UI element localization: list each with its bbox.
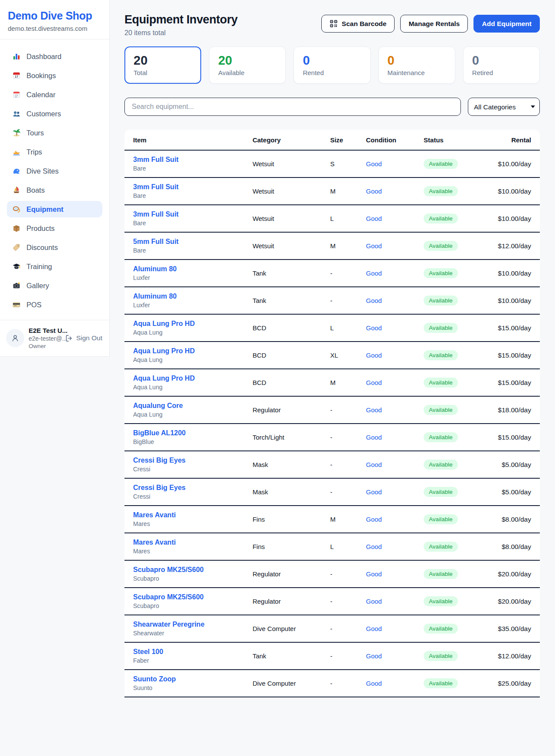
condition-link[interactable]: Good [366, 160, 424, 168]
stat-card-available[interactable]: 20 Available [209, 46, 286, 84]
item-name-link[interactable]: Steel 100 [133, 648, 252, 656]
sidebar-item-equipment[interactable]: Equipment [7, 201, 102, 217]
size-cell: - [330, 598, 366, 605]
condition-link[interactable]: Good [366, 461, 424, 468]
status-badge: Available [424, 241, 458, 251]
sidebar-item-gallery[interactable]: Gallery [7, 277, 102, 294]
sidebar-item-trips[interactable]: Trips [7, 144, 102, 160]
item-name-link[interactable]: Cressi Big Eyes [133, 457, 252, 464]
sidebar-nav: Dashboard Bookings Calendar Customers To… [0, 39, 109, 320]
condition-link[interactable]: Good [366, 516, 424, 523]
condition-link[interactable]: Good [366, 270, 424, 277]
condition-link[interactable]: Good [366, 434, 424, 441]
item-name-link[interactable]: 3mm Full Suit [133, 156, 252, 164]
item-brand: Mares [133, 548, 252, 555]
category-select[interactable]: All Categories [468, 98, 540, 116]
sidebar-item-boats[interactable]: Boats [7, 182, 102, 198]
manage-rentals-button[interactable]: Manage Rentals [400, 15, 468, 33]
item-name-link[interactable]: Cressi Big Eyes [133, 484, 252, 492]
brand-link[interactable]: Demo Dive Shop [8, 10, 101, 22]
condition-link[interactable]: Good [366, 488, 424, 496]
condition-link[interactable]: Good [366, 324, 424, 332]
rental-price: $12.00/day [481, 242, 531, 250]
item-name-link[interactable]: Aqua Lung Pro HD [133, 320, 252, 328]
sidebar-item-training[interactable]: Training [7, 258, 102, 275]
item-name-link[interactable]: Aluminum 80 [133, 293, 252, 300]
sidebar-item-products[interactable]: Products [7, 220, 102, 237]
item-name-link[interactable]: Scubapro MK25/S600 [133, 566, 252, 574]
sidebar-item-dashboard[interactable]: Dashboard [7, 48, 102, 65]
category-cell: Torch/Light [252, 434, 330, 441]
size-cell: M [330, 379, 366, 386]
sidebar-item-pos[interactable]: POS [7, 296, 102, 313]
item-name-link[interactable]: Mares Avanti [133, 539, 252, 546]
category-cell: Regulator [252, 406, 330, 414]
item-name-link[interactable]: Mares Avanti [133, 511, 252, 519]
condition-link[interactable]: Good [366, 652, 424, 660]
manage-rentals-label: Manage Rentals [408, 20, 460, 28]
condition-link[interactable]: Good [366, 187, 424, 195]
condition-link[interactable]: Good [366, 598, 424, 605]
rental-price: $10.00/day [481, 215, 531, 223]
item-name-link[interactable]: 3mm Full Suit [133, 210, 252, 218]
condition-link[interactable]: Good [366, 215, 424, 222]
status-badge: Available [424, 678, 458, 688]
column-header-category: Category [252, 136, 330, 144]
status-badge: Available [424, 350, 458, 360]
table-row: BigBlue AL1200 BigBlue Torch/Light - Goo… [124, 424, 540, 451]
stat-card-total[interactable]: 20 Total [124, 46, 201, 84]
item-name-link[interactable]: BigBlue AL1200 [133, 429, 252, 437]
condition-link[interactable]: Good [366, 680, 424, 687]
table-body: 3mm Full Suit Bare Wetsuit S Good Availa… [124, 151, 540, 697]
condition-link[interactable]: Good [366, 297, 424, 304]
table-row: Cressi Big Eyes Cressi Mask - Good Avail… [124, 479, 540, 506]
stat-card-maintenance[interactable]: 0 Maintenance [379, 46, 455, 84]
condition-link[interactable]: Good [366, 242, 424, 250]
item-name-link[interactable]: 5mm Full Suit [133, 238, 252, 246]
status-badge: Available [424, 542, 458, 552]
stat-card-retired[interactable]: 0 Retired [463, 46, 540, 84]
sidebar-item-dive-sites[interactable]: Dive Sites [7, 163, 102, 179]
sidebar-item-tours[interactable]: Tours [7, 125, 102, 141]
status-badge: Available [424, 186, 458, 196]
item-name-link[interactable]: Aqua Lung Pro HD [133, 375, 252, 382]
category-cell: Regulator [252, 598, 330, 605]
item-name-link[interactable]: Aqualung Core [133, 402, 252, 410]
item-name-link[interactable]: 3mm Full Suit [133, 183, 252, 191]
condition-link[interactable]: Good [366, 570, 424, 578]
search-input[interactable] [124, 98, 461, 116]
item-name-link[interactable]: Suunto Zoop [133, 675, 252, 683]
item-brand: Aqua Lung [133, 329, 252, 336]
sidebar-item-calendar[interactable]: Calendar [7, 86, 102, 103]
sidebar-item-discounts[interactable]: Discounts [7, 239, 102, 256]
rental-price: $5.00/day [481, 488, 531, 496]
stat-card-rented[interactable]: 0 Rented [294, 46, 370, 84]
sidebar-item-customers[interactable]: Customers [7, 105, 102, 122]
pos-icon [12, 300, 21, 309]
condition-link[interactable]: Good [366, 625, 424, 632]
item-name-link[interactable]: Aluminum 80 [133, 265, 252, 273]
sidebar-item-bookings[interactable]: Bookings [7, 67, 102, 84]
stat-label: Available [218, 69, 277, 76]
item-brand: Luxfer [133, 274, 252, 281]
sign-out-label: Sign Out [76, 334, 102, 342]
status-badge: Available [424, 405, 458, 415]
size-cell: - [330, 652, 366, 660]
sign-out-button[interactable]: Sign Out [65, 334, 102, 342]
item-name-link[interactable]: Aqua Lung Pro HD [133, 347, 252, 355]
item-brand: Mares [133, 520, 252, 527]
scan-barcode-button[interactable]: Scan Barcode [321, 15, 395, 33]
table-header-row: Item Category Size Condition Status Rent… [124, 130, 540, 151]
add-equipment-button[interactable]: Add Equipment [473, 15, 540, 33]
condition-link[interactable]: Good [366, 406, 424, 414]
category-cell: Wetsuit [252, 160, 330, 168]
table-row: Mares Avanti Mares Fins M Good Available… [124, 506, 540, 533]
discounts-icon [12, 243, 21, 252]
condition-link[interactable]: Good [366, 352, 424, 359]
condition-link[interactable]: Good [366, 543, 424, 550]
item-cell: Aluminum 80 Luxfer [133, 293, 252, 309]
condition-link[interactable]: Good [366, 379, 424, 386]
item-name-link[interactable]: Scubapro MK25/S600 [133, 593, 252, 601]
item-name-link[interactable]: Shearwater Peregrine [133, 621, 252, 628]
item-cell: 5mm Full Suit Bare [133, 238, 252, 254]
